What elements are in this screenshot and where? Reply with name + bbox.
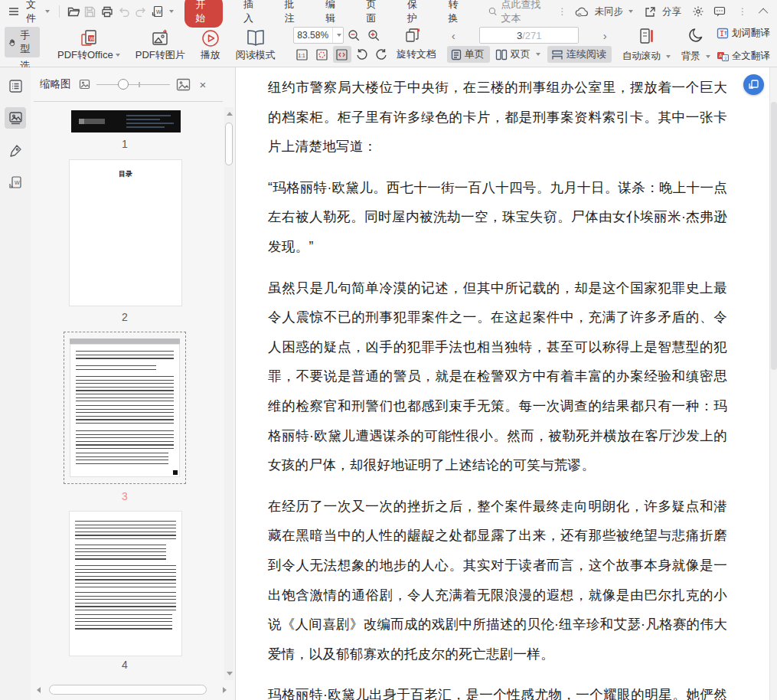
- undo-icon[interactable]: [116, 3, 132, 20]
- scrollbar-thumb[interactable]: [771, 102, 777, 370]
- thumbnail-page-3-selected[interactable]: [64, 332, 186, 484]
- background-group: 背景: [681, 27, 710, 63]
- single-page-icon: [451, 49, 462, 61]
- print-icon[interactable]: [100, 3, 115, 20]
- fit-width-button[interactable]: [333, 46, 351, 63]
- auto-scroll-group: 自动滚动: [622, 27, 671, 63]
- scrollbar-thumb[interactable]: [225, 123, 233, 165]
- search-icon: [488, 6, 497, 17]
- sidebar-vertical-scrollbar[interactable]: [224, 107, 233, 680]
- small-thumbnail-icon[interactable]: [79, 79, 90, 90]
- thumbnail-page-4[interactable]: [70, 512, 181, 656]
- thumbnail-panel-icon[interactable]: [5, 107, 26, 129]
- close-panel-icon[interactable]: ×: [200, 78, 207, 91]
- rotate-document-button[interactable]: 旋转文档: [397, 47, 436, 61]
- scrollbar-thumb[interactable]: [49, 685, 207, 695]
- page-nav-group: ‹ 3/271 › 单页 双页 连续阅读: [447, 27, 612, 63]
- search-more-icon[interactable]: ⋮: [551, 6, 573, 17]
- background-label: 背景: [681, 50, 700, 63]
- single-page-button[interactable]: 单页: [447, 46, 490, 63]
- prev-page-button[interactable]: ‹: [447, 30, 460, 41]
- file-menu[interactable]: 文件: [23, 0, 53, 25]
- thumbnail-page-2[interactable]: 目录: [70, 160, 181, 306]
- pdf-to-office-button[interactable]: W PDF转Office: [51, 28, 127, 63]
- zoom-in-button[interactable]: [365, 27, 384, 44]
- play-button[interactable]: 播放: [194, 28, 227, 63]
- zoom-out-button[interactable]: [345, 27, 364, 44]
- word-translate-button[interactable]: 划词翻译: [717, 27, 770, 40]
- zoom-group: 83.58% 1:1: [293, 27, 436, 63]
- chevron-down-icon[interactable]: [169, 10, 174, 13]
- svg-text:文: 文: [723, 56, 728, 61]
- pdf-reader-window: 文件 W 开始 插入 批注 编辑: [0, 0, 777, 700]
- scroll-down-arrow[interactable]: [227, 672, 233, 675]
- page-number-label: 2: [69, 311, 181, 323]
- double-page-button[interactable]: 双页: [491, 46, 546, 63]
- tab-protect[interactable]: 保护: [396, 0, 436, 25]
- full-translate-label: 全文翻译: [732, 50, 770, 63]
- slider-tick: [139, 82, 140, 87]
- collapse-toolbar-icon[interactable]: [759, 8, 769, 18]
- sidebar-horizontal-scrollbar[interactable]: [37, 685, 227, 695]
- open-file-icon[interactable]: [66, 3, 81, 20]
- thumbnail-page-1[interactable]: [71, 110, 181, 132]
- share-label[interactable]: 分享: [662, 5, 681, 18]
- rotate-left-button[interactable]: [353, 46, 371, 63]
- actual-size-button[interactable]: 1:1: [293, 46, 312, 63]
- tab-page[interactable]: 页面: [355, 0, 395, 25]
- feedback-icon[interactable]: [710, 3, 729, 20]
- next-page-button[interactable]: ›: [599, 30, 612, 41]
- annotation-panel-icon[interactable]: [5, 139, 26, 161]
- play-label: 播放: [201, 48, 220, 62]
- background-button[interactable]: 背景: [681, 50, 710, 63]
- full-translate-icon: A文: [717, 51, 729, 62]
- redo-icon[interactable]: [133, 3, 149, 20]
- thumbnail-size-slider[interactable]: [96, 79, 170, 90]
- document-view[interactable]: 纽约市警察局大楼位于中央街，在三楼的刑事组办公室里，摆放着一个巨大的档案柜。柜子…: [236, 67, 769, 700]
- sync-status-label[interactable]: 未同步: [595, 5, 624, 18]
- word-translate-icon: [717, 28, 729, 39]
- tab-convert[interactable]: 转换: [437, 0, 477, 25]
- quick-convert-float-button[interactable]: [743, 74, 764, 95]
- svg-text:W: W: [90, 35, 95, 41]
- pdf-to-image-label: PDF转图片: [135, 48, 185, 62]
- paragraph: 在经历了一次又一次的挫折之后，整个案件最终走向明朗化，许多疑点和潜藏在黑暗当中的…: [268, 492, 727, 669]
- full-translate-button[interactable]: A文 全文翻译: [717, 50, 770, 63]
- fit-page-button[interactable]: [313, 46, 331, 63]
- scroll-right-arrow[interactable]: [223, 687, 227, 693]
- auto-scroll-button[interactable]: 自动滚动: [622, 50, 671, 63]
- convert-doc-icon: [748, 79, 759, 90]
- pdf-to-image-button[interactable]: PDF转图片: [129, 28, 192, 63]
- more-options-icon[interactable]: ⋮: [732, 6, 753, 17]
- share-icon[interactable]: [641, 3, 659, 20]
- thumbnail-panel: 缩略图 × 1 目录: [31, 67, 236, 700]
- outline-panel-icon[interactable]: [5, 75, 26, 96]
- continuous-read-button[interactable]: 连续阅读: [547, 46, 612, 63]
- read-mode-button[interactable]: 阅读模式: [229, 28, 282, 63]
- export-word-panel-icon[interactable]: W: [5, 172, 26, 193]
- page-number-input[interactable]: 3/271: [479, 27, 579, 44]
- gear-icon[interactable]: [689, 3, 707, 20]
- play-icon: [201, 28, 220, 48]
- zoom-level-select[interactable]: 83.58%: [293, 27, 344, 44]
- paragraph: 虽然只是几句简单冷漠的记述，但其中所记载的，却是这个国家犯罪史上最令人震惊不已的…: [268, 273, 727, 480]
- hamburger-menu-icon[interactable]: [6, 3, 21, 20]
- tab-annotate[interactable]: 批注: [273, 0, 312, 25]
- auto-scroll-label: 自动滚动: [622, 50, 661, 63]
- scroll-left-arrow[interactable]: [37, 687, 41, 693]
- large-thumbnail-icon[interactable]: [176, 78, 191, 91]
- hand-icon: [8, 37, 16, 48]
- search-box[interactable]: 点此查找文本: [488, 0, 550, 25]
- export-doc-icon[interactable]: W: [150, 3, 165, 20]
- chevron-down-icon[interactable]: [628, 10, 633, 13]
- document-vertical-scrollbar[interactable]: [769, 67, 777, 700]
- scroll-up-arrow[interactable]: [227, 112, 233, 116]
- tab-edit[interactable]: 编辑: [314, 0, 354, 25]
- file-menu-label: 文件: [26, 0, 41, 25]
- save-icon[interactable]: [83, 3, 98, 20]
- tab-insert[interactable]: 插入: [232, 0, 272, 25]
- hand-tool-button[interactable]: 手型: [5, 27, 40, 57]
- double-page-label: 双页: [511, 47, 531, 61]
- slider-handle[interactable]: [118, 79, 129, 90]
- rotate-right-button[interactable]: [373, 46, 391, 63]
